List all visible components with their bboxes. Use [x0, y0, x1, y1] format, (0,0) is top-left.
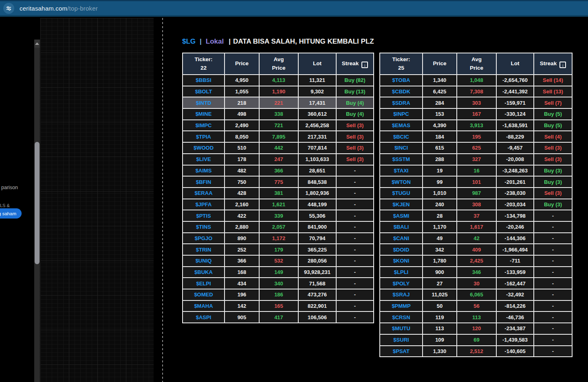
lot-cell: 707,814: [298, 142, 336, 154]
price-cell: 109: [423, 334, 457, 346]
ticker-cell[interactable]: $UNIQ: [183, 255, 225, 267]
ticker-cell[interactable]: $PSAT: [380, 346, 423, 357]
ticker-cell[interactable]: $BFIN: [183, 176, 225, 188]
ticker-cell[interactable]: $WTON: [380, 176, 423, 188]
ticker-cell[interactable]: $PGJO: [183, 233, 225, 244]
lot-cell: -1,638,591: [496, 120, 534, 131]
ticker-cell[interactable]: $PTIS: [183, 210, 225, 221]
avg-price-cell: 4,113: [259, 75, 298, 86]
avg-price-cell: 340: [259, 278, 298, 289]
price-cell: 240: [423, 199, 457, 210]
price-cell: 428: [225, 188, 259, 199]
ticker-cell[interactable]: $BUKA: [183, 267, 225, 278]
sort-down-icon[interactable]: ↓: [361, 62, 368, 68]
ticker-cell[interactable]: $TUGU: [380, 188, 423, 199]
price-cell: 1,340: [423, 75, 457, 86]
ticker-cell[interactable]: $TPIA: [183, 131, 225, 142]
col-header-label: 22: [183, 64, 224, 72]
ticker-cell[interactable]: $BCIC: [380, 131, 423, 142]
ticker-cell[interactable]: $MAHA: [183, 300, 225, 312]
tune-icon[interactable]: [3, 3, 14, 14]
ticker-cell[interactable]: $BOLT: [183, 86, 225, 97]
col-header-streak: Streak↓: [336, 53, 374, 75]
price-cell: 49: [423, 233, 457, 244]
ticker-cell[interactable]: $IMPC: [183, 120, 225, 131]
avg-price-cell: 1,617: [457, 221, 496, 233]
col-header-avg-price: AvgPrice: [457, 53, 496, 75]
ticker-cell[interactable]: $POLY: [380, 278, 423, 289]
scrollbar-up-button[interactable]: [34, 40, 40, 48]
price-cell: 434: [225, 278, 259, 289]
vertical-scrollbar-thumb[interactable]: [35, 142, 40, 264]
avg-price-cell: 101: [457, 176, 496, 188]
ticker-cell[interactable]: $BBSI: [183, 75, 225, 86]
ticker-cell[interactable]: $LIVE: [183, 154, 225, 165]
ticker-cell[interactable]: $INTD: [183, 97, 225, 108]
ticker-cell[interactable]: $SURI: [380, 334, 423, 346]
price-cell: 900: [423, 267, 457, 278]
lot-cell: 473,276: [298, 289, 336, 300]
ticker-cell[interactable]: $KONI: [380, 255, 423, 267]
ticker-cell[interactable]: $EMAS: [380, 120, 423, 131]
ticker-cell[interactable]: $KJEN: [380, 199, 423, 210]
lot-cell: -140,605: [496, 346, 534, 357]
avg-price-cell: 381: [259, 188, 298, 199]
table-row: $LIVE1782471,103,633Sell (3): [183, 154, 374, 165]
price-cell: 27: [423, 278, 457, 289]
ticker-cell[interactable]: $PMMP: [380, 300, 423, 312]
lot-cell: 93,928,231: [298, 267, 336, 278]
ticker-cell[interactable]: $ASPI: [183, 311, 225, 323]
ticker-cell[interactable]: $SRAJ: [380, 289, 423, 300]
ticker-cell[interactable]: $TOBA: [380, 75, 423, 86]
lot-cell: -238,030: [496, 188, 534, 199]
streak-cell: -: [336, 255, 374, 267]
col-header-label: Price: [457, 64, 496, 72]
avg-price-cell: 327: [457, 154, 496, 165]
ticker-cell[interactable]: $WOOD: [183, 142, 225, 154]
ticker-cell[interactable]: $MUTU: [380, 323, 423, 334]
ticker-cell[interactable]: $LPLI: [380, 267, 423, 278]
sidebar-pill-button[interactable]: ng saham: [0, 208, 22, 219]
ticker-cell[interactable]: $TAXI: [380, 165, 423, 177]
avg-price-cell: 338: [259, 108, 298, 120]
ticker-cell[interactable]: $ERAA: [183, 188, 225, 199]
ticker-cell[interactable]: $TRIN: [183, 244, 225, 255]
avg-price-cell: 186: [259, 289, 298, 300]
avg-price-cell: 42: [457, 233, 496, 244]
price-cell: 168: [225, 267, 259, 278]
streak-cell: Sell (3): [534, 142, 572, 154]
col-header-streak: Streak↓: [534, 53, 572, 75]
streak-cell: -: [336, 311, 374, 323]
sidebar-item-comparison-fragment[interactable]: parison: [1, 185, 18, 190]
price-cell: 28: [423, 210, 457, 221]
lot-cell: -711: [496, 255, 534, 267]
url-text[interactable]: ceritasaham.com/top-broker: [20, 5, 98, 12]
streak-cell: -: [336, 278, 374, 289]
ticker-cell[interactable]: $DOID: [380, 244, 423, 255]
lot-cell: 365,225: [298, 244, 336, 255]
ticker-cell[interactable]: $ELPI: [183, 278, 225, 289]
streak-cell: Sell (3): [336, 142, 374, 154]
ticker-cell[interactable]: $MINE: [183, 108, 225, 120]
ticker-cell[interactable]: $SDRA: [380, 97, 423, 108]
ticker-cell[interactable]: $SSTM: [380, 154, 423, 165]
sort-down-icon[interactable]: ↓: [559, 62, 566, 68]
ticker-cell[interactable]: $OMED: [183, 289, 225, 300]
lot-cell: 17,431: [298, 97, 336, 108]
ticker-cell[interactable]: $TINS: [183, 221, 225, 233]
lot-cell: -88,229: [496, 131, 534, 142]
ticker-cell[interactable]: $AIMS: [183, 165, 225, 177]
ticker-cell[interactable]: $ASMI: [380, 210, 423, 221]
price-cell: 142: [225, 300, 259, 312]
ticker-cell[interactable]: $CRSN: [380, 311, 423, 323]
col-header-label: 25: [380, 64, 422, 72]
browser-url-bar[interactable]: ceritasaham.com/top-broker: [0, 0, 588, 17]
price-cell: 615: [423, 142, 457, 154]
ticker-cell[interactable]: $CBDK: [380, 86, 423, 97]
ticker-cell[interactable]: $CANI: [380, 233, 423, 244]
ticker-cell[interactable]: $BALI: [380, 221, 423, 233]
ticker-cell[interactable]: $JPFA: [183, 199, 225, 210]
table-row: $ASPI905417106,506-: [183, 311, 374, 323]
ticker-cell[interactable]: $INPC: [380, 108, 423, 120]
ticker-cell[interactable]: $INCI: [380, 142, 423, 154]
